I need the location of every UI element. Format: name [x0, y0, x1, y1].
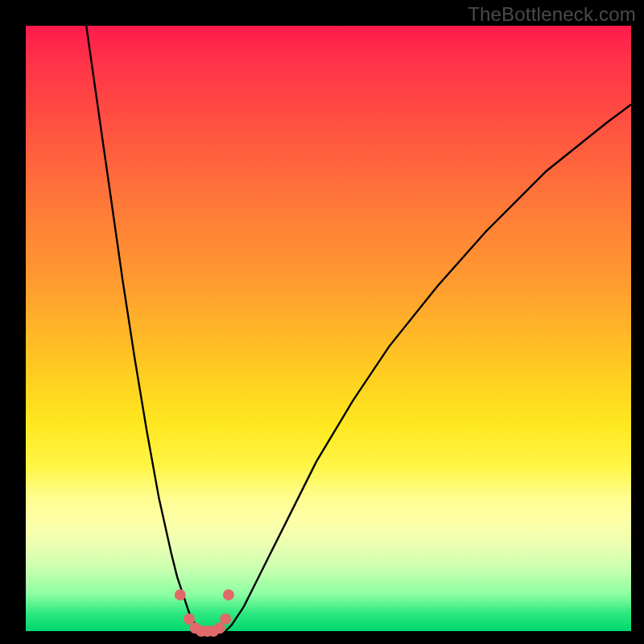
minimum-dot	[223, 589, 234, 601]
left-curve	[86, 26, 201, 631]
left-curve-path	[86, 26, 201, 631]
plot-area	[26, 26, 631, 631]
curve-layer	[26, 26, 631, 631]
right-curve-path	[225, 105, 631, 631]
right-curve	[225, 105, 631, 631]
chart-frame: TheBottleneck.com	[0, 0, 644, 644]
watermark-text: TheBottleneck.com	[468, 3, 636, 26]
minimum-markers	[175, 589, 234, 637]
minimum-dot	[220, 613, 231, 625]
minimum-dot	[175, 589, 186, 601]
